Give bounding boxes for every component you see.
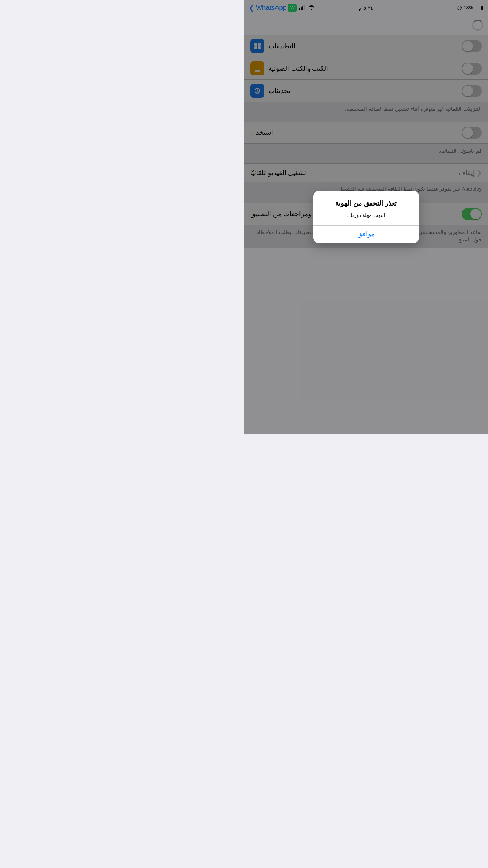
alert-ok-button[interactable]: موافق [313, 226, 419, 243]
alert-message: انتهت مهلة دورتك. [319, 211, 413, 219]
alert-dialog: تعذر التحقق من الهوية انتهت مهلة دورتك. … [313, 191, 419, 243]
alert-overlay: تعذر التحقق من الهوية انتهت مهلة دورتك. … [244, 0, 488, 434]
alert-body: تعذر التحقق من الهوية انتهت مهلة دورتك. [313, 191, 419, 225]
alert-title: تعذر التحقق من الهوية [319, 199, 413, 208]
